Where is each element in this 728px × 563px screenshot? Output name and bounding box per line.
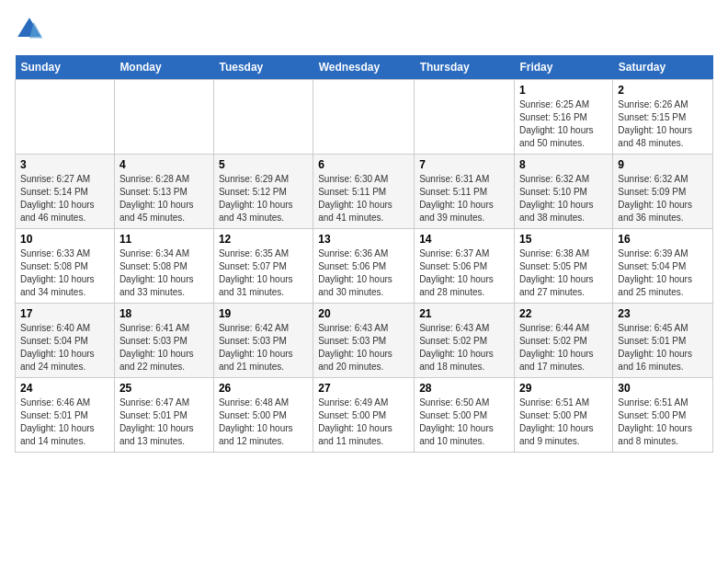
day-info: Sunrise: 6:43 AM Sunset: 5:02 PM Dayligh…: [419, 322, 509, 373]
logo-icon: [15, 15, 44, 44]
day-info: Sunrise: 6:38 AM Sunset: 5:05 PM Dayligh…: [519, 247, 608, 299]
calendar-week-row: 17Sunrise: 6:40 AM Sunset: 5:04 PM Dayli…: [16, 304, 713, 378]
calendar-cell: 22Sunrise: 6:44 AM Sunset: 5:02 PM Dayli…: [514, 304, 612, 378]
day-info: Sunrise: 6:28 AM Sunset: 5:13 PM Dayligh…: [119, 173, 209, 224]
day-number: 1: [519, 84, 608, 97]
day-number: 9: [618, 158, 708, 171]
day-info: Sunrise: 6:34 AM Sunset: 5:08 PM Dayligh…: [119, 247, 209, 299]
column-header-wednesday: Wednesday: [313, 55, 415, 80]
page-header: [15, 15, 713, 44]
calendar-cell: [16, 80, 115, 155]
day-info: Sunrise: 6:29 AM Sunset: 5:12 PM Dayligh…: [219, 173, 308, 224]
day-number: 23: [618, 307, 708, 320]
calendar-cell: 26Sunrise: 6:48 AM Sunset: 5:00 PM Dayli…: [213, 378, 313, 453]
day-number: 11: [119, 233, 209, 246]
calendar-cell: 30Sunrise: 6:51 AM Sunset: 5:00 PM Dayli…: [613, 378, 713, 453]
calendar-cell: 9Sunrise: 6:32 AM Sunset: 5:09 PM Daylig…: [613, 155, 713, 229]
day-number: 18: [119, 307, 209, 320]
column-header-saturday: Saturday: [613, 55, 713, 80]
calendar-week-row: 3Sunrise: 6:27 AM Sunset: 5:14 PM Daylig…: [16, 155, 713, 229]
day-number: 4: [119, 158, 209, 171]
day-info: Sunrise: 6:41 AM Sunset: 5:03 PM Dayligh…: [119, 322, 209, 373]
day-number: 16: [618, 233, 708, 246]
day-info: Sunrise: 6:39 AM Sunset: 5:04 PM Dayligh…: [618, 247, 708, 299]
calendar-cell: 5Sunrise: 6:29 AM Sunset: 5:12 PM Daylig…: [213, 155, 313, 229]
day-info: Sunrise: 6:43 AM Sunset: 5:03 PM Dayligh…: [318, 322, 409, 373]
calendar-cell: 2Sunrise: 6:26 AM Sunset: 5:15 PM Daylig…: [613, 80, 713, 155]
day-info: Sunrise: 6:27 AM Sunset: 5:14 PM Dayligh…: [20, 173, 109, 224]
column-header-friday: Friday: [514, 55, 612, 80]
day-number: 19: [219, 307, 308, 320]
day-number: 15: [519, 233, 608, 246]
calendar-cell: 17Sunrise: 6:40 AM Sunset: 5:04 PM Dayli…: [16, 304, 115, 378]
day-info: Sunrise: 6:42 AM Sunset: 5:03 PM Dayligh…: [219, 322, 308, 373]
day-info: Sunrise: 6:35 AM Sunset: 5:07 PM Dayligh…: [219, 247, 308, 299]
calendar-cell: 1Sunrise: 6:25 AM Sunset: 5:16 PM Daylig…: [514, 80, 612, 155]
day-number: 26: [219, 382, 308, 395]
calendar-cell: 14Sunrise: 6:37 AM Sunset: 5:06 PM Dayli…: [415, 229, 515, 304]
day-number: 25: [119, 382, 209, 395]
logo: [15, 15, 48, 44]
day-info: Sunrise: 6:48 AM Sunset: 5:00 PM Dayligh…: [219, 396, 308, 448]
calendar-cell: 7Sunrise: 6:31 AM Sunset: 5:11 PM Daylig…: [415, 155, 515, 229]
day-info: Sunrise: 6:32 AM Sunset: 5:09 PM Dayligh…: [618, 173, 708, 224]
day-info: Sunrise: 6:45 AM Sunset: 5:01 PM Dayligh…: [618, 322, 708, 373]
day-number: 27: [318, 382, 409, 395]
day-number: 20: [318, 307, 409, 320]
column-header-tuesday: Tuesday: [213, 55, 313, 80]
day-number: 24: [20, 382, 109, 395]
day-number: 12: [219, 233, 308, 246]
calendar-cell: 28Sunrise: 6:50 AM Sunset: 5:00 PM Dayli…: [415, 378, 515, 453]
calendar-cell: 23Sunrise: 6:45 AM Sunset: 5:01 PM Dayli…: [613, 304, 713, 378]
calendar-week-row: 10Sunrise: 6:33 AM Sunset: 5:08 PM Dayli…: [16, 229, 713, 304]
day-number: 5: [219, 158, 308, 171]
calendar-cell: 27Sunrise: 6:49 AM Sunset: 5:00 PM Dayli…: [313, 378, 415, 453]
day-info: Sunrise: 6:32 AM Sunset: 5:10 PM Dayligh…: [519, 173, 608, 224]
calendar-cell: 15Sunrise: 6:38 AM Sunset: 5:05 PM Dayli…: [514, 229, 612, 304]
calendar-cell: 8Sunrise: 6:32 AM Sunset: 5:10 PM Daylig…: [514, 155, 612, 229]
calendar-cell: 25Sunrise: 6:47 AM Sunset: 5:01 PM Dayli…: [114, 378, 213, 453]
day-number: 28: [419, 382, 509, 395]
calendar-cell: 12Sunrise: 6:35 AM Sunset: 5:07 PM Dayli…: [213, 229, 313, 304]
calendar-cell: 18Sunrise: 6:41 AM Sunset: 5:03 PM Dayli…: [114, 304, 213, 378]
day-number: 3: [20, 158, 109, 171]
calendar-table: SundayMondayTuesdayWednesdayThursdayFrid…: [15, 55, 713, 453]
calendar-cell: 19Sunrise: 6:42 AM Sunset: 5:03 PM Dayli…: [213, 304, 313, 378]
day-info: Sunrise: 6:50 AM Sunset: 5:00 PM Dayligh…: [419, 396, 509, 448]
day-info: Sunrise: 6:26 AM Sunset: 5:15 PM Dayligh…: [618, 98, 708, 150]
day-info: Sunrise: 6:31 AM Sunset: 5:11 PM Dayligh…: [419, 173, 509, 224]
column-header-thursday: Thursday: [415, 55, 515, 80]
day-number: 7: [419, 158, 509, 171]
day-info: Sunrise: 6:25 AM Sunset: 5:16 PM Dayligh…: [519, 98, 608, 150]
calendar-week-row: 1Sunrise: 6:25 AM Sunset: 5:16 PM Daylig…: [16, 80, 713, 155]
day-info: Sunrise: 6:51 AM Sunset: 5:00 PM Dayligh…: [618, 396, 708, 448]
calendar-cell: 10Sunrise: 6:33 AM Sunset: 5:08 PM Dayli…: [16, 229, 115, 304]
day-number: 8: [519, 158, 608, 171]
day-number: 17: [20, 307, 109, 320]
day-number: 21: [419, 307, 509, 320]
day-number: 13: [318, 233, 409, 246]
calendar-cell: [213, 80, 313, 155]
day-info: Sunrise: 6:37 AM Sunset: 5:06 PM Dayligh…: [419, 247, 509, 299]
day-number: 22: [519, 307, 608, 320]
calendar-cell: 11Sunrise: 6:34 AM Sunset: 5:08 PM Dayli…: [114, 229, 213, 304]
calendar-cell: [313, 80, 415, 155]
day-info: Sunrise: 6:40 AM Sunset: 5:04 PM Dayligh…: [20, 322, 109, 373]
calendar-cell: 13Sunrise: 6:36 AM Sunset: 5:06 PM Dayli…: [313, 229, 415, 304]
day-info: Sunrise: 6:30 AM Sunset: 5:11 PM Dayligh…: [318, 173, 409, 224]
calendar-week-row: 24Sunrise: 6:46 AM Sunset: 5:01 PM Dayli…: [16, 378, 713, 453]
day-info: Sunrise: 6:51 AM Sunset: 5:00 PM Dayligh…: [519, 396, 608, 448]
day-info: Sunrise: 6:44 AM Sunset: 5:02 PM Dayligh…: [519, 322, 608, 373]
day-number: 2: [618, 84, 708, 97]
day-number: 6: [318, 158, 409, 171]
day-number: 14: [419, 233, 509, 246]
column-header-sunday: Sunday: [16, 55, 115, 80]
day-number: 30: [618, 382, 708, 395]
day-info: Sunrise: 6:36 AM Sunset: 5:06 PM Dayligh…: [318, 247, 409, 299]
calendar-cell: [114, 80, 213, 155]
calendar-cell: 29Sunrise: 6:51 AM Sunset: 5:00 PM Dayli…: [514, 378, 612, 453]
day-number: 10: [20, 233, 109, 246]
day-info: Sunrise: 6:33 AM Sunset: 5:08 PM Dayligh…: [20, 247, 109, 299]
calendar-cell: 3Sunrise: 6:27 AM Sunset: 5:14 PM Daylig…: [16, 155, 115, 229]
calendar-cell: [415, 80, 515, 155]
